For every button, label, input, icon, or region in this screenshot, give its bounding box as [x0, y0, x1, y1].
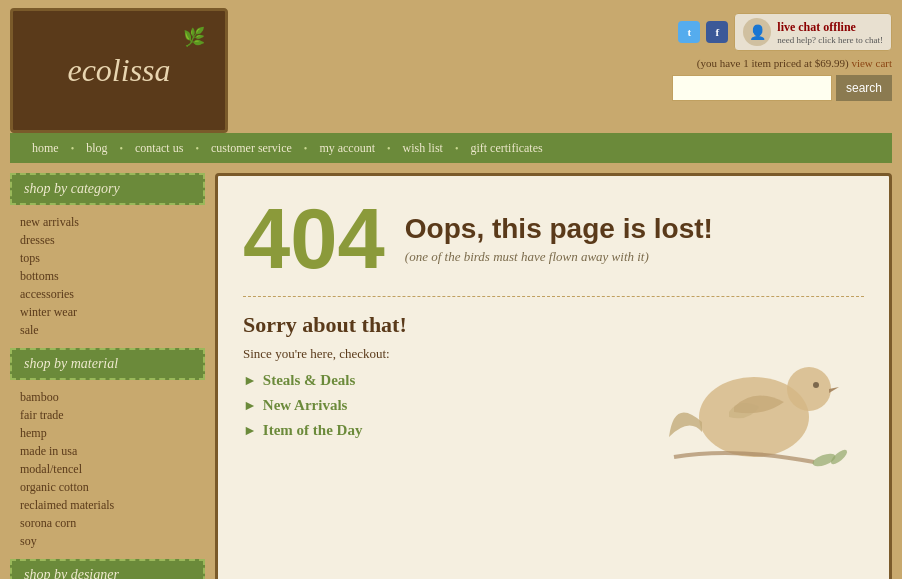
view-cart-link[interactable]: view cart: [851, 57, 892, 69]
error-link-item-of-day: ► Item of the Day: [243, 422, 644, 439]
chat-title: live chat offline: [777, 20, 883, 35]
bird-decoration: [644, 312, 864, 482]
header-right: t f 👤 live chat offline need help? click…: [672, 8, 892, 101]
cart-text: (you have 1 item priced at $69.99): [697, 57, 849, 69]
error-links: Sorry about that! Since you're here, che…: [243, 312, 644, 447]
sidebar-item-new-arrivals[interactable]: new arrivals: [20, 215, 205, 230]
search-bar: search: [672, 75, 892, 101]
nav-item-my-account[interactable]: my account: [307, 141, 387, 156]
sidebar-item-sale[interactable]: sale: [20, 323, 205, 338]
sidebar-item-bamboo[interactable]: bamboo: [20, 390, 205, 405]
nav-item-blog[interactable]: blog: [74, 141, 119, 156]
sidebar-item-dresses[interactable]: dresses: [20, 233, 205, 248]
error-title: Oops, this page is lost!: [405, 213, 713, 245]
live-chat-button[interactable]: 👤 live chat offline need help? click her…: [734, 13, 892, 51]
sidebar-item-organic-cotton[interactable]: organic cotton: [20, 480, 205, 495]
sidebar-item-soy[interactable]: soy: [20, 534, 205, 549]
new-arrivals-link[interactable]: New Arrivals: [263, 397, 348, 414]
error-subtitle: (one of the birds must have flown away w…: [405, 249, 713, 265]
main-layout: shop by category new arrivals dresses to…: [0, 163, 902, 579]
error-code: 404: [243, 196, 385, 281]
category-section-title: shop by category: [10, 173, 205, 205]
chat-subtitle: need help? click here to chat!: [777, 35, 883, 45]
nav-bar: home • blog • contact us • customer serv…: [10, 133, 892, 163]
error-link-steals: ► Steals & Deals: [243, 372, 644, 389]
sidebar-item-made-in-usa[interactable]: made in usa: [20, 444, 205, 459]
content-area: 404 Oops, this page is lost! (one of the…: [215, 173, 892, 579]
bird-svg: [654, 317, 854, 477]
error-message: Oops, this page is lost! (one of the bir…: [405, 213, 713, 265]
sidebar-item-hemp[interactable]: hemp: [20, 426, 205, 441]
sidebar-item-modal-tencel[interactable]: modal/tencel: [20, 462, 205, 477]
material-links: bamboo fair trade hemp made in usa modal…: [10, 386, 205, 559]
error-link-new-arrivals: ► New Arrivals: [243, 397, 644, 414]
sidebar-item-bottoms[interactable]: bottoms: [20, 269, 205, 284]
sidebar-item-fair-trade[interactable]: fair trade: [20, 408, 205, 423]
error-body: Sorry about that! Since you're here, che…: [243, 297, 864, 482]
sidebar-item-sorona-corn[interactable]: sorona corn: [20, 516, 205, 531]
sidebar-item-accessories[interactable]: accessories: [20, 287, 205, 302]
designer-section-title: shop by designer: [10, 559, 205, 579]
sidebar-item-winter-wear[interactable]: winter wear: [20, 305, 205, 320]
cart-info: (you have 1 item priced at $69.99) view …: [697, 57, 892, 69]
social-chat-area: t f 👤 live chat offline need help? click…: [678, 13, 892, 51]
search-input[interactable]: [672, 75, 832, 101]
logo[interactable]: 🌿 ecolissa: [10, 8, 228, 133]
twitter-icon[interactable]: t: [678, 21, 700, 43]
nav-item-customer-service[interactable]: customer service: [199, 141, 304, 156]
category-links: new arrivals dresses tops bottoms access…: [10, 211, 205, 348]
nav-item-gift-certificates[interactable]: gift certificates: [458, 141, 554, 156]
material-section-title: shop by material: [10, 348, 205, 380]
arrow-icon-3: ►: [243, 423, 257, 439]
sidebar-item-tops[interactable]: tops: [20, 251, 205, 266]
sidebar: shop by category new arrivals dresses to…: [10, 173, 205, 579]
nav-item-wish-list[interactable]: wish list: [391, 141, 455, 156]
logo-text: ecolissa: [67, 52, 170, 89]
chat-info: live chat offline need help? click here …: [777, 20, 883, 45]
logo-bird-icon: 🌿: [183, 26, 205, 48]
facebook-icon[interactable]: f: [706, 21, 728, 43]
steals-deals-link[interactable]: Steals & Deals: [263, 372, 356, 389]
arrow-icon-2: ►: [243, 398, 257, 414]
search-button[interactable]: search: [836, 75, 892, 101]
sidebar-item-reclaimed-materials[interactable]: reclaimed materials: [20, 498, 205, 513]
error-top: 404 Oops, this page is lost! (one of the…: [243, 196, 864, 297]
arrow-icon-1: ►: [243, 373, 257, 389]
since-text: Since you're here, checkout:: [243, 346, 644, 362]
sorry-title: Sorry about that!: [243, 312, 644, 338]
item-of-day-link[interactable]: Item of the Day: [263, 422, 363, 439]
nav-item-contact[interactable]: contact us: [123, 141, 195, 156]
svg-point-1: [787, 367, 831, 411]
nav-item-home[interactable]: home: [20, 141, 71, 156]
chat-avatar-icon: 👤: [743, 18, 771, 46]
svg-point-2: [813, 382, 819, 388]
header: 🌿 ecolissa t f 👤 live chat offline need …: [0, 0, 902, 133]
